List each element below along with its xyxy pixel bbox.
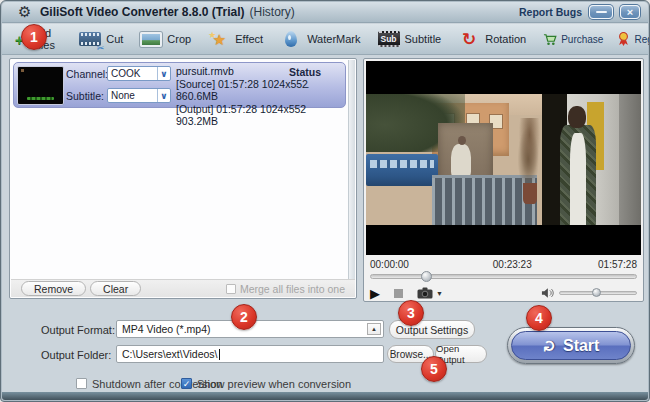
register-link[interactable]: Register (617, 32, 650, 46)
video-frame (366, 94, 641, 225)
minimize-button[interactable] (589, 5, 613, 19)
chevron-down-icon[interactable]: ∨ (157, 89, 170, 102)
list-footer: Remove Clear Merge all files into one (11, 279, 355, 297)
file-list-panel: Channel: COOK ∨ Subtitle: None ∨ pursuit… (9, 58, 357, 299)
circular-arrows-icon: ↻ (541, 339, 557, 352)
app-gear-icon: ⚙ (18, 4, 34, 20)
clear-button[interactable]: Clear (90, 281, 141, 296)
window-bottom-frame (2, 392, 648, 400)
watermark-button[interactable]: WaterMark (280, 30, 360, 48)
crop-button[interactable]: Crop (140, 30, 191, 48)
badge-medal-icon (617, 32, 630, 46)
cart-icon (543, 33, 557, 46)
output-format-label: Output Format: (41, 324, 115, 336)
show-preview-checkbox[interactable]: ✓ (181, 378, 192, 389)
status-column-header: Status (289, 66, 321, 78)
cut-button[interactable]: ✂ Cut (79, 30, 123, 48)
window-title: GiliSoft Video Converter 8.8.0 (Trial) (40, 5, 245, 19)
video-preview (366, 61, 641, 255)
show-preview-label: Show preview when conversion (197, 378, 351, 390)
text-caret (219, 349, 220, 360)
list-scrollbar[interactable] (348, 60, 355, 279)
time-start: 00:00:00 (370, 259, 409, 270)
title-bar: ⚙ GiliSoft Video Converter 8.8.0 (Trial)… (2, 2, 648, 23)
thumbnail-subtitle-strip (27, 97, 54, 100)
subtitle-label: Subtitle: (66, 90, 104, 102)
annotation-badge-5: 5 (421, 356, 447, 382)
camera-icon (417, 287, 433, 299)
stop-button[interactable] (394, 289, 403, 298)
merge-checkbox[interactable] (226, 284, 236, 294)
purchase-link[interactable]: Purchase (543, 33, 603, 46)
video-thumbnail (17, 66, 64, 105)
playback-controls: ▶ ▼ (370, 285, 637, 301)
app-window: ⚙ GiliSoft Video Converter 8.8.0 (Trial)… (0, 0, 650, 402)
annotation-badge-3: 3 (398, 300, 424, 326)
status-value: - (306, 80, 310, 92)
time-current: 00:23:23 (493, 259, 532, 270)
shutdown-checkbox[interactable] (76, 378, 87, 389)
watermark-drop-icon (280, 30, 302, 48)
minimize-icon (596, 11, 607, 13)
effect-button[interactable]: ★★ Effect (208, 30, 263, 48)
volume-slider[interactable] (559, 291, 637, 295)
rotation-button[interactable]: ↻ Rotation (458, 30, 526, 48)
start-button[interactable]: ↻ Start (507, 327, 635, 364)
time-labels: 00:00:00 00:23:23 01:57:28 (370, 259, 637, 270)
channel-label: Channel: (66, 68, 108, 80)
close-button[interactable]: × (620, 5, 640, 19)
camera-dropdown-icon[interactable]: ▼ (436, 290, 443, 297)
chevron-up-icon[interactable]: ▲ (367, 323, 381, 335)
report-bugs-link[interactable]: Report Bugs (519, 6, 582, 18)
volume-icon (541, 287, 554, 299)
seek-slider[interactable] (370, 274, 637, 279)
main-toolbar: + Add Files ✂ Cut Crop ★★ Effect WaterMa… (2, 24, 648, 55)
source-info: [Source] 01:57:28 1024x552 860.6MB (176, 78, 345, 102)
seek-slider-thumb[interactable] (421, 271, 432, 282)
output-folder-input[interactable]: C:\Users\ext\Videos\ (116, 345, 384, 363)
snapshot-button[interactable]: ▼ (417, 287, 443, 299)
output-folder-label: Output Folder: (41, 349, 111, 361)
annotation-badge-2: 2 (231, 304, 257, 330)
subtitle-select[interactable]: None ∨ (107, 88, 171, 103)
volume-slider-thumb[interactable] (592, 288, 601, 297)
play-button[interactable]: ▶ (370, 287, 380, 300)
crop-icon (140, 30, 162, 48)
annotation-badge-1: 1 (21, 24, 47, 50)
remove-button[interactable]: Remove (21, 281, 86, 296)
output-info: [Output] 01:57:28 1024x552 903.2MB (176, 103, 345, 127)
subtitle-button[interactable]: Sub Subtitle (378, 30, 442, 48)
time-end: 01:57:28 (598, 259, 637, 270)
window-subtitle: (History) (250, 5, 295, 19)
subtitle-icon: Sub (378, 30, 400, 48)
annotation-badge-4: 4 (526, 305, 552, 331)
merge-label: Merge all files into one (240, 283, 345, 295)
preview-panel: 00:00:00 00:23:23 01:57:28 ▶ ▼ (363, 58, 644, 302)
file-row[interactable]: Channel: COOK ∨ Subtitle: None ∨ pursuit… (13, 62, 346, 108)
cut-icon: ✂ (79, 30, 101, 48)
chevron-down-icon[interactable]: ∨ (157, 67, 170, 80)
channel-select[interactable]: COOK ∨ (107, 66, 171, 81)
effect-stars-icon: ★★ (208, 30, 230, 48)
rotation-icon: ↻ (458, 30, 480, 48)
